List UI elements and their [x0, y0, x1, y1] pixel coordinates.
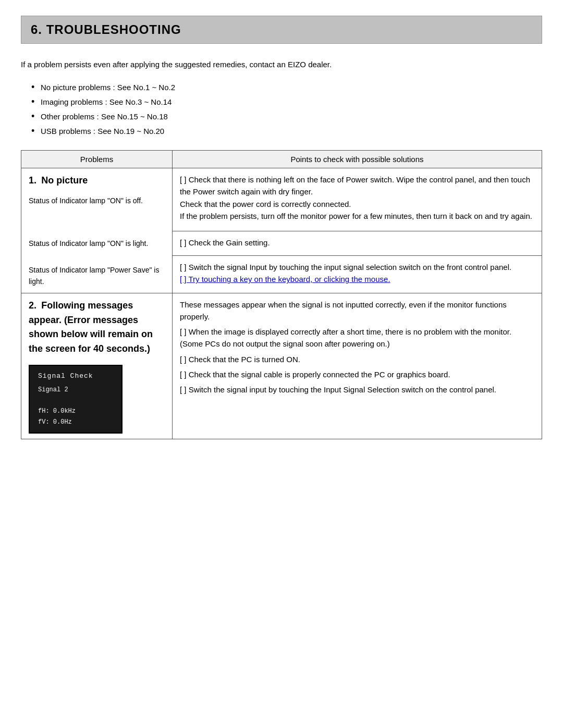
page-title: 6. TROUBLESHOOTING	[31, 22, 532, 37]
table-row: 1. No picture Status of Indicator lamp "…	[21, 168, 542, 231]
solution-cell-1c: [ ] Switch the signal Input by touching …	[173, 255, 542, 293]
problem-title: No picture	[39, 175, 88, 186]
solution-text: [ ] Check that the PC is turned ON.	[180, 353, 534, 365]
solution-text: [ ] Switch the signal input by touching …	[180, 384, 534, 396]
col-header-solutions: Points to check with possible solutions	[173, 151, 542, 168]
col-header-problems: Problems	[21, 151, 173, 168]
bullet-list: No picture problems : See No.1 ~ No.2Ima…	[21, 81, 542, 138]
signal-box-title: Signal Check	[38, 371, 113, 381]
solution-text: [ ] Switch the signal Input by touching …	[180, 261, 534, 273]
problem-number-2: 2.	[29, 300, 36, 311]
table-row: 2. Following messages appear. (Error mes…	[21, 293, 542, 439]
problem-cell-1: 1. No picture Status of Indicator lamp "…	[21, 168, 173, 293]
solution-cell-2: These messages appear when the signal is…	[173, 293, 542, 439]
solution-text: [ ] Check that there is nothing left on …	[180, 174, 534, 198]
solution-text: [ ] When the image is displayed correctl…	[180, 326, 534, 350]
solution-text: [ ] Check that the signal cable is prope…	[180, 368, 534, 380]
troubleshoot-table: Problems Points to check with possible s…	[21, 150, 542, 439]
solution-cell-1a: [ ] Check that there is nothing left on …	[173, 168, 542, 231]
signal-box-data: Signal 2 fH: 0.0kHz fV: 0.0Hz	[38, 385, 113, 427]
problem-sub-0: Status of Indicator lamp "ON" is off.	[29, 195, 165, 207]
solution-link-text: [ ] Try touching a key on the keyboard, …	[180, 273, 534, 285]
intro-text: If a problem persists even after applyin…	[21, 58, 542, 71]
page-header: 6. TROUBLESHOOTING	[21, 16, 542, 44]
problem-title-2: Following messages appear. (Error messag…	[29, 300, 153, 354]
bullet-item: Other problems : See No.15 ~ No.18	[31, 110, 542, 123]
bullet-item: USB problems : See No.19 ~ No.20	[31, 125, 542, 138]
problem-cell-2: 2. Following messages appear. (Error mes…	[21, 293, 173, 439]
solution-text: Check that the power cord is correctly c…	[180, 198, 534, 210]
bullet-item: Imaging problems : See No.3 ~ No.14	[31, 96, 542, 108]
problem-sub-2: Status of Indicator lamp "Power Save" is…	[29, 265, 165, 287]
bullet-item: No picture problems : See No.1 ~ No.2	[31, 81, 542, 94]
solution-text: These messages appear when the signal is…	[180, 299, 534, 323]
solution-cell-1b: [ ] Check the Gain setting.	[173, 231, 542, 256]
problem-number: 1.	[29, 175, 36, 186]
problem-sub-1: Status of Indicator lamp "ON" is light.	[29, 238, 165, 250]
signal-box: Signal Check Signal 2 fH: 0.0kHz fV: 0.0…	[29, 365, 123, 434]
solution-text: If the problem persists, turn off the mo…	[180, 210, 534, 222]
solution-text: [ ] Check the Gain setting.	[180, 237, 534, 249]
